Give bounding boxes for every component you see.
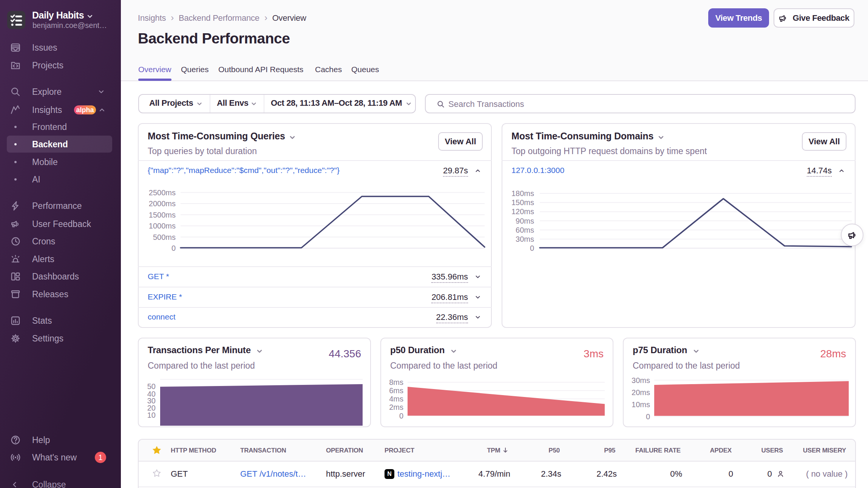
svg-text:10ms: 10ms	[632, 400, 650, 409]
svg-text:500ms: 500ms	[153, 233, 176, 241]
svg-text:1500ms: 1500ms	[149, 211, 176, 219]
svg-text:0: 0	[399, 412, 403, 420]
svg-text:10: 10	[147, 411, 156, 419]
svg-text:0: 0	[171, 244, 176, 252]
svg-text:150ms: 150ms	[511, 198, 534, 207]
svg-text:20ms: 20ms	[632, 388, 650, 397]
svg-text:180ms: 180ms	[511, 189, 534, 198]
svg-text:30ms: 30ms	[516, 235, 534, 243]
svg-text:90ms: 90ms	[516, 217, 534, 225]
svg-text:2500ms: 2500ms	[149, 188, 176, 197]
svg-text:1000ms: 1000ms	[149, 222, 176, 230]
svg-text:60ms: 60ms	[516, 226, 534, 234]
svg-text:0: 0	[646, 412, 650, 421]
svg-text:0: 0	[530, 244, 534, 252]
svg-text:6ms: 6ms	[389, 386, 403, 395]
svg-text:30ms: 30ms	[632, 376, 650, 385]
svg-text:2000ms: 2000ms	[149, 199, 176, 208]
svg-text:2ms: 2ms	[389, 403, 403, 411]
svg-text:120ms: 120ms	[511, 207, 534, 216]
svg-text:8ms: 8ms	[389, 378, 403, 386]
svg-text:4ms: 4ms	[389, 395, 403, 403]
